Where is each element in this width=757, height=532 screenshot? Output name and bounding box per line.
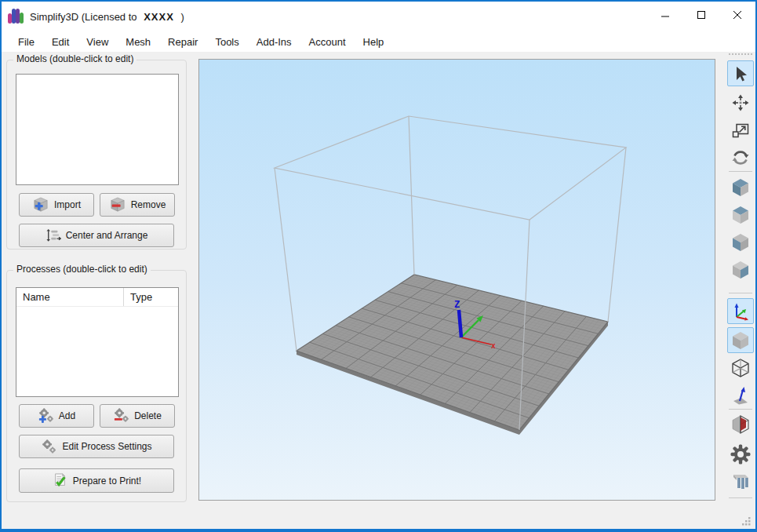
tool-view-side[interactable] [727, 257, 754, 282]
tool-view-top[interactable] [727, 202, 754, 228]
view-cube-front-icon [730, 232, 751, 253]
minimize-icon [661, 10, 670, 20]
processes-table[interactable]: Name Type [16, 287, 179, 397]
models-list[interactable] [16, 74, 179, 185]
toolbar-separator-3 [729, 409, 752, 410]
import-button[interactable]: Import [19, 193, 94, 217]
close-icon [733, 10, 742, 20]
wireframe-cube-icon [730, 358, 751, 378]
process-settings-gear-icon [41, 439, 57, 454]
models-groupbox-title: Models (double-click to edit) [13, 53, 136, 64]
remove-cube-icon [109, 197, 126, 213]
toolbar-separator-2 [729, 293, 752, 293]
tool-show-normals[interactable] [727, 382, 754, 408]
edit-process-settings-button[interactable]: Edit Process Settings [19, 435, 174, 458]
menu-repair[interactable]: Repair [159, 33, 206, 51]
scale-icon [731, 121, 750, 140]
window-title: Simplify3D (Licensed to XXXX ) [30, 11, 184, 23]
x-axis-label: x [491, 341, 496, 350]
processes-groupbox-title: Processes (double-click to edit) [13, 264, 151, 275]
tool-select-cursor[interactable] [727, 60, 754, 86]
viewport-sky [199, 60, 715, 500]
processes-table-header: Name Type [16, 288, 178, 307]
normals-arrow-icon [730, 385, 751, 406]
supports-icon [730, 472, 751, 492]
import-button-label: Import [54, 199, 81, 210]
tool-cross-section[interactable] [727, 411, 754, 437]
tool-move-model[interactable] [727, 89, 754, 115]
tool-support-structures[interactable] [727, 468, 754, 494]
column-header-type[interactable]: Type [123, 288, 178, 306]
z-axis-label: Z [454, 299, 460, 310]
add-gear-icon [38, 408, 54, 424]
z-axis [459, 310, 461, 337]
toolbar-drag-handle[interactable] [729, 53, 752, 55]
close-button[interactable] [719, 2, 755, 28]
center-arrange-icon [45, 228, 61, 242]
menubar: File Edit View Mesh Repair Tools Add-Ins… [2, 31, 755, 52]
menu-edit[interactable]: Edit [43, 33, 78, 51]
simplify3d-logo-icon [8, 9, 24, 24]
cross-section-icon [730, 414, 751, 435]
menu-addins[interactable]: Add-Ins [248, 33, 300, 51]
delete-gear-icon [113, 408, 129, 424]
view-cube-top-icon [730, 205, 751, 225]
gear-icon [730, 443, 752, 465]
remove-button[interactable]: Remove [100, 193, 175, 217]
tool-scale-model[interactable] [727, 117, 754, 143]
toolbar-separator-4 [729, 497, 752, 498]
menu-help[interactable]: Help [355, 33, 393, 51]
prepare-to-print-icon [52, 473, 68, 489]
cursor-icon [731, 64, 750, 83]
center-and-arrange-label: Center and Arrange [66, 230, 148, 241]
tool-show-solid[interactable] [727, 327, 754, 353]
solid-cube-icon [730, 330, 751, 351]
edit-process-settings-label: Edit Process Settings [62, 441, 151, 452]
minimize-button[interactable] [647, 2, 683, 28]
tool-show-axes[interactable] [727, 298, 754, 324]
tool-machine-settings[interactable] [727, 441, 754, 467]
prepare-to-print-button[interactable]: Prepare to Print! [19, 468, 174, 493]
maximize-icon [697, 10, 706, 20]
column-header-name[interactable]: Name [16, 288, 123, 306]
window-controls [647, 2, 755, 28]
toolbar-separator-1 [729, 171, 752, 172]
delete-process-label: Delete [134, 410, 162, 421]
menu-account[interactable]: Account [300, 33, 355, 51]
tool-rotate-model[interactable] [727, 144, 754, 170]
view-cube-blue-icon [730, 177, 751, 198]
menu-mesh[interactable]: Mesh [117, 33, 159, 51]
view-cube-side-icon [730, 260, 751, 280]
titlebar: Simplify3D (Licensed to XXXX ) [2, 2, 755, 31]
prepare-to-print-label: Prepare to Print! [73, 476, 141, 486]
maximize-button[interactable] [683, 2, 719, 28]
axes-icon [730, 301, 751, 322]
remove-button-label: Remove [131, 199, 166, 210]
window-resize-grip[interactable] [741, 516, 751, 526]
move-icon [731, 93, 750, 112]
import-cube-icon [32, 197, 49, 213]
menu-view[interactable]: View [78, 33, 117, 51]
build-scene: x Z [199, 60, 715, 500]
tool-show-wireframe[interactable] [727, 355, 754, 381]
add-process-label: Add [59, 410, 75, 421]
add-process-button[interactable]: Add [19, 404, 94, 428]
3d-viewport[interactable]: x Z [198, 59, 715, 501]
delete-process-button[interactable]: Delete [100, 404, 175, 428]
rotate-icon [731, 148, 750, 167]
center-and-arrange-button[interactable]: Center and Arrange [19, 224, 174, 247]
tool-view-front[interactable] [727, 229, 754, 255]
menu-file[interactable]: File [9, 33, 43, 51]
licensee-name: XXXX [144, 11, 174, 23]
app-window: Simplify3D (Licensed to XXXX ) File Edit… [0, 0, 757, 532]
menu-tools[interactable]: Tools [206, 33, 247, 51]
tool-view-default[interactable] [727, 174, 754, 200]
